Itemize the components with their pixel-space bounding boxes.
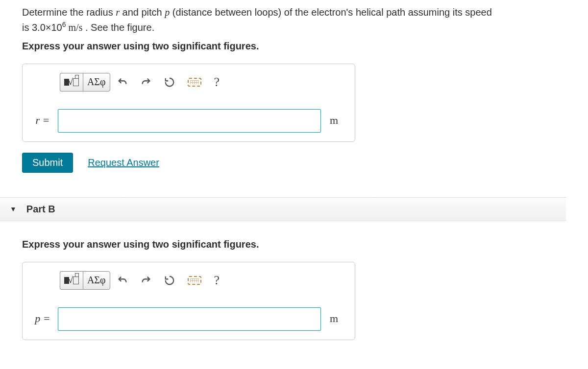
toolbar-a: √ ΑΣφ ? <box>58 73 321 92</box>
q-var-r: r <box>116 7 120 18</box>
redo-button[interactable] <box>135 73 157 92</box>
templates-button-b[interactable]: √ <box>60 271 83 290</box>
reset-icon <box>164 77 175 88</box>
var-label-p: p = <box>27 312 58 331</box>
q-text-1: Determine the radius <box>22 7 116 18</box>
undo-icon <box>117 77 128 88</box>
undo-button[interactable] <box>111 73 134 92</box>
q-text-5: . See the figure. <box>82 22 154 33</box>
q-exponent: 6 <box>62 21 66 28</box>
answer-input-r[interactable] <box>58 109 321 133</box>
instruction-a: Express your answer using two significan… <box>22 41 566 52</box>
undo-icon <box>117 275 128 286</box>
q-text-2: and pitch <box>120 7 165 18</box>
toolbar-b: √ ΑΣφ <box>58 271 321 290</box>
help-icon: ? <box>214 273 220 288</box>
redo-button-b[interactable] <box>135 271 157 290</box>
greek-button-b[interactable]: ΑΣφ <box>83 271 110 290</box>
caret-down-icon: ▼ <box>10 205 17 213</box>
reset-button-b[interactable] <box>158 271 181 290</box>
reset-button[interactable] <box>158 73 181 92</box>
help-button-b[interactable]: ? <box>208 271 226 290</box>
keyboard-button-b[interactable] <box>182 271 207 290</box>
templates-icon: √ <box>64 77 79 87</box>
keyboard-icon <box>188 78 201 87</box>
q-text-3: (distance between loops) of the electron… <box>170 7 492 18</box>
templates-icon: √ <box>64 275 79 285</box>
redo-icon <box>141 77 151 88</box>
instruction-b: Express your answer using two significan… <box>22 239 566 250</box>
reset-icon <box>164 275 175 286</box>
keyboard-button[interactable] <box>182 73 207 92</box>
greek-button[interactable]: ΑΣφ <box>83 73 110 92</box>
part-b-header[interactable]: ▼ Part B <box>0 197 566 221</box>
submit-button[interactable]: Submit <box>22 153 73 173</box>
undo-button-b[interactable] <box>111 271 134 290</box>
unit-r: m <box>321 114 338 133</box>
redo-icon <box>141 275 151 286</box>
answer-input-p[interactable] <box>58 307 321 331</box>
keyboard-icon <box>188 276 201 285</box>
var-label-r: r = <box>27 114 58 133</box>
question-text: Determine the radius r and pitch p (dist… <box>22 5 566 35</box>
templates-button[interactable]: √ <box>60 73 83 92</box>
q-var-p: p <box>165 7 170 18</box>
help-button[interactable]: ? <box>208 73 226 92</box>
help-icon: ? <box>214 75 220 90</box>
answer-box-b: p = √ ΑΣφ <box>22 262 355 340</box>
unit-p: m <box>321 312 338 331</box>
answer-box-a: r = √ ΑΣφ <box>22 64 355 142</box>
q-units: m/s <box>66 22 83 33</box>
q-text-4: is 3.0×10 <box>22 22 62 33</box>
part-b-title: Part B <box>26 204 55 215</box>
request-answer-link[interactable]: Request Answer <box>88 157 159 168</box>
